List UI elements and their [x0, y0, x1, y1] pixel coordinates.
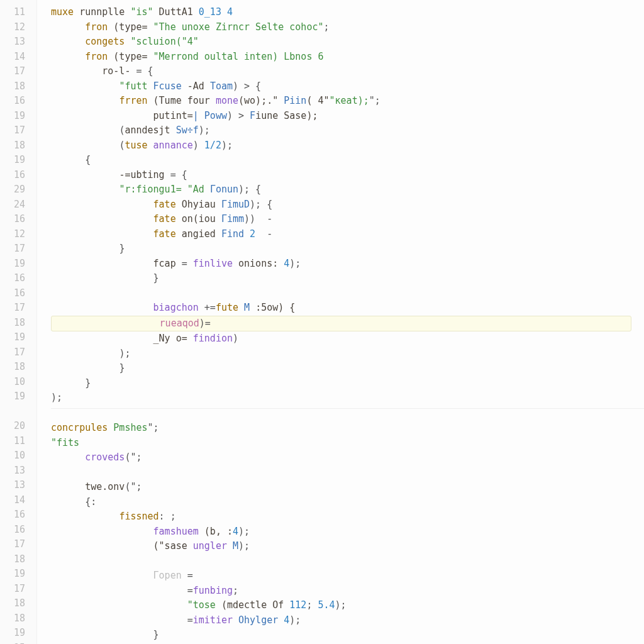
- code-line[interactable]: muxe runnplle "is" DuttA1 0_13 4: [51, 5, 644, 20]
- code-line[interactable]: -=ubting = {: [51, 168, 644, 183]
- code-line[interactable]: fate Ohyiau ГimuD); {: [51, 197, 644, 213]
- code-line[interactable]: (anndesjt Sw÷f);: [51, 123, 644, 138]
- code-token: annance: [153, 140, 193, 151]
- code-token: Ohylger: [238, 614, 284, 626]
- code-editor[interactable]: 1112131417181619171819162924161217191616…: [0, 0, 644, 644]
- line-number: 18: [0, 138, 36, 153]
- code-token: "futt: [119, 80, 153, 92]
- code-line-highlighted[interactable]: rueaqod)=: [51, 316, 631, 332]
- code-token: 4: [284, 614, 289, 626]
- code-line[interactable]: _Ny o= findion): [51, 331, 644, 347]
- code-line[interactable]: biagchon +=fute M :5ow) {: [51, 301, 644, 316]
- code-token: {: [85, 154, 91, 165]
- code-token: "кeat);: [330, 95, 369, 106]
- code-token: Гonun: [210, 184, 238, 195]
- code-token: M: [244, 302, 255, 313]
- code-line[interactable]: }: [51, 271, 644, 286]
- code-token: ) > {: [233, 80, 261, 92]
- code-line[interactable]: famshuem (b, :4);: [51, 525, 644, 540]
- code-line[interactable]: (tuse annance) 1/2);: [51, 138, 644, 153]
- line-number: 17: [0, 301, 36, 316]
- code-token: "scluion(: [130, 36, 181, 47]
- code-token: ) >: [227, 110, 250, 121]
- line-number: 14: [0, 493, 36, 508]
- line-number: 24: [0, 197, 36, 213]
- code-line[interactable]: frren (Tume four mone(wo);." Piin( 4""кe…: [51, 94, 644, 109]
- code-token: frren: [119, 95, 153, 106]
- code-token: iune Sase);: [255, 110, 318, 121]
- line-number: 16: [0, 523, 36, 538]
- code-line[interactable]: fissned: ;: [51, 509, 644, 525]
- code-line[interactable]: fron (type= "The unoxe Zirncr Selte coho…: [51, 20, 644, 35]
- code-line[interactable]: "fits: [51, 436, 644, 451]
- code-line[interactable]: "tose (mdectle Of 112; 5.4);: [51, 598, 644, 613]
- code-token: 0_13 4: [199, 6, 233, 18]
- line-number: 17: [0, 123, 36, 138]
- code-line[interactable]: putint=| Poww) > Fiune Sase);: [51, 109, 644, 124]
- code-token: findion: [193, 333, 233, 344]
- line-number-gutter: 1112131417181619171819162924161217191616…: [0, 0, 37, 644]
- code-line[interactable]: croveds(";: [51, 450, 644, 465]
- line-number: 19: [0, 626, 36, 641]
- code-line[interactable]: =funbing;: [51, 584, 644, 599]
- code-token: -Ad: [187, 80, 210, 92]
- code-line[interactable]: "futt Fcuse -Ad Toam) > {: [51, 79, 644, 94]
- code-token: 112: [289, 599, 306, 611]
- code-token: );: [119, 348, 130, 359]
- code-line[interactable]: fcap = finlive onions: 4);: [51, 257, 644, 272]
- line-number: 13: [0, 464, 36, 479]
- code-token: mone: [216, 95, 238, 106]
- code-token: anndesjt: [125, 125, 175, 136]
- code-line[interactable]: ("sase ungler M);: [51, 539, 644, 554]
- code-token: : ;: [159, 511, 176, 522]
- code-line[interactable]: fron (type= "Merrond oultal inten) Lbnos…: [51, 50, 644, 65]
- code-area[interactable]: muxe runnplle "is" DuttA1 0_13 4 fron (t…: [37, 0, 644, 644]
- code-token: fissned: [119, 511, 158, 522]
- code-token: fate: [153, 213, 182, 225]
- code-line[interactable]: }: [51, 628, 644, 643]
- code-line[interactable]: [51, 554, 644, 569]
- line-number: 16: [0, 271, 36, 286]
- line-number: 18: [0, 360, 36, 375]
- line-number: 13: [0, 478, 36, 493]
- line-number: 14: [0, 50, 36, 65]
- code-line[interactable]: twe.onv(";: [51, 480, 644, 495]
- code-line[interactable]: fate angied Find 2 -: [51, 227, 644, 242]
- code-token: =: [187, 585, 193, 596]
- code-line[interactable]: }: [51, 361, 644, 376]
- code-token: ";: [369, 95, 380, 106]
- code-token: ); {: [250, 199, 272, 210]
- code-token: "is": [130, 6, 153, 18]
- code-token: = {: [136, 65, 153, 77]
- line-number: 18: [0, 552, 36, 567]
- code-line[interactable]: );: [51, 347, 644, 362]
- code-line[interactable]: Гopen =: [51, 569, 644, 584]
- code-token: _Ny o=: [153, 333, 193, 344]
- code-line[interactable]: concrpules Pmshes";: [51, 421, 644, 436]
- line-number: 16: [0, 94, 36, 109]
- code-line[interactable]: );: [51, 391, 644, 406]
- code-token: );: [289, 258, 301, 269]
- code-line[interactable]: ro-l- = {: [51, 64, 644, 79]
- code-line[interactable]: fate on(iou Гimm)) -: [51, 212, 644, 227]
- line-number: 17: [0, 537, 36, 552]
- code-line[interactable]: =imitier Ohylger 4);: [51, 613, 644, 628]
- line-number: 17: [0, 242, 36, 257]
- code-token: fron: [85, 21, 113, 33]
- code-line[interactable]: }: [51, 376, 644, 391]
- code-line[interactable]: {:: [51, 495, 644, 510]
- code-line[interactable]: {: [51, 153, 644, 168]
- code-line[interactable]: [51, 286, 644, 301]
- code-token: =: [182, 258, 193, 269]
- code-line[interactable]: [51, 465, 644, 480]
- code-line[interactable]: "r:fiongu1= "Ad Гonun); {: [51, 182, 644, 197]
- code-token: Fcuse: [153, 80, 187, 92]
- code-token: ): [193, 140, 204, 151]
- code-token: ГimuD: [221, 199, 250, 210]
- code-token: (wo);.": [238, 95, 284, 106]
- line-number: 18: [0, 611, 36, 626]
- code-line[interactable]: congets "scluion("4": [51, 35, 644, 50]
- line-number: 11: [0, 434, 36, 449]
- code-line[interactable]: }: [51, 242, 644, 257]
- code-token: ungler: [193, 540, 233, 552]
